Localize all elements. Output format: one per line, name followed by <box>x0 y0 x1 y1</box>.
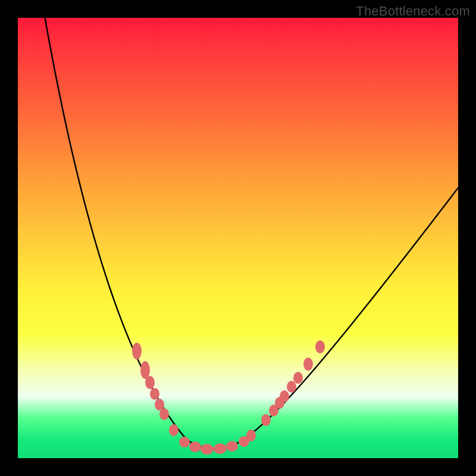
data-marker <box>159 408 169 420</box>
data-marker <box>280 390 289 402</box>
data-marker <box>287 381 296 393</box>
data-marker <box>246 430 256 441</box>
data-marker <box>303 358 313 371</box>
watermark-text: TheBottleneck.com <box>356 4 470 19</box>
data-marker <box>201 444 214 455</box>
marker-layer <box>132 340 325 455</box>
data-marker <box>315 340 325 353</box>
bottleneck-curve <box>43 18 458 449</box>
data-marker <box>189 441 201 452</box>
data-marker <box>169 424 178 436</box>
data-marker <box>214 443 227 454</box>
data-marker <box>179 437 190 447</box>
data-marker <box>293 372 303 384</box>
data-marker <box>150 388 159 400</box>
data-marker <box>132 343 142 359</box>
bottleneck-chart <box>18 18 458 458</box>
data-marker <box>226 441 238 452</box>
chart-frame <box>18 18 458 458</box>
data-marker <box>140 361 150 379</box>
data-marker <box>261 414 271 426</box>
data-marker <box>145 376 155 389</box>
